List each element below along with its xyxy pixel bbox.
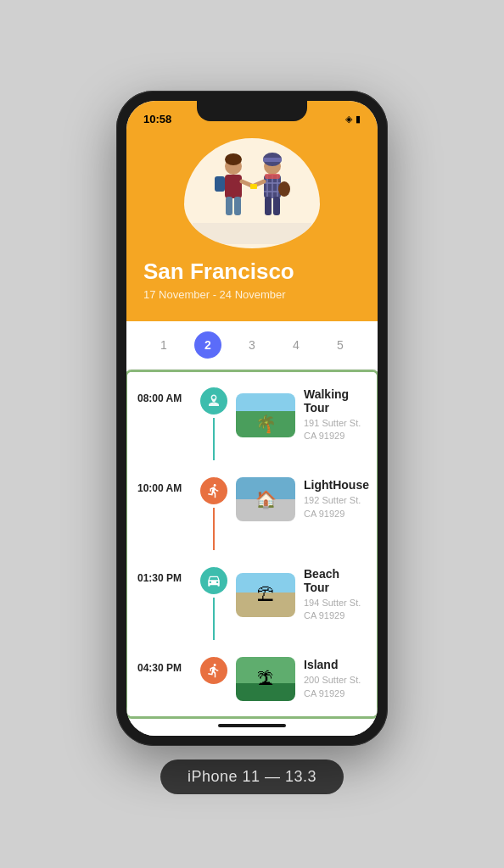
outer-wrapper: 10:58 ◈ ▮ [116,91,388,794]
tour-address-4: 200 Sutter St. CA 91929 [304,674,367,700]
svg-rect-18 [265,197,272,215]
tour-address-1: 191 Sutter St. CA 91929 [304,417,367,443]
tour-image-1: 🌴 [236,393,295,437]
svg-point-3 [225,153,242,165]
tour-info-2: LightHouse 192 Sutter St. CA 91929 [304,478,369,520]
tour-info-3: Beach Tour 194 Sutter St. CA 91929 [304,567,367,623]
activity-icon-3 [200,567,227,594]
content-3: ⛱ Beach Tour 194 Sutter St. CA 91929 [229,567,367,623]
icon-col-1 [199,387,229,460]
phone-inner: 10:58 ◈ ▮ [126,101,378,736]
svg-rect-7 [215,176,225,192]
status-time: 10:58 [143,113,171,125]
hero-illustration [143,138,361,248]
timeline-item-4: 04:30 PM 🏝 Island [127,648,377,709]
icon-col-4 [199,657,229,684]
page-3[interactable]: 3 [238,331,266,359]
svg-rect-1 [193,223,311,244]
time-4: 04:30 PM [137,657,199,674]
tour-info-4: Island 200 Sutter St. CA 91929 [304,658,367,700]
tour-address-2: 192 Sutter St. CA 91929 [304,494,369,520]
hero-section: San Francisco 17 November - 24 November [126,131,378,321]
icon-col-3 [199,567,229,640]
hero-date: 17 November - 24 November [143,288,361,301]
time-3: 01:30 PM [137,567,199,584]
battery-icon: ▮ [356,114,361,125]
page-5[interactable]: 5 [327,331,354,359]
content-2: 🏠 LightHouse 192 Sutter St. CA 91929 [229,477,369,521]
tour-name-2: LightHouse [304,478,369,492]
svg-rect-4 [225,175,242,198]
tour-name-1: Walking Tour [304,387,367,415]
phone-frame: 10:58 ◈ ▮ [116,91,388,746]
activity-icon-1 [200,387,227,415]
time-1: 08:00 AM [137,387,199,404]
wifi-icon: ◈ [345,114,352,125]
content-1: 🌴 Walking Tour 191 Sutter St. CA 91929 [229,387,367,443]
svg-rect-19 [273,197,280,215]
tour-image-2: 🏠 [236,477,295,521]
timeline-item-2: 10:00 AM 🏠 LightHouse [127,469,377,559]
tour-image-3: ⛱ [236,573,295,617]
svg-rect-20 [265,174,280,179]
svg-rect-6 [234,197,241,215]
connector-line-2 [213,508,215,550]
tour-image-4: 🏝 [236,657,295,701]
tour-address-3: 194 Sutter St. CA 91929 [304,597,367,623]
timeline-item-3: 01:30 PM ⛱ Beach Tour [127,559,377,648]
tour-name-3: Beach Tour [304,567,367,594]
home-indicator [218,724,286,727]
time-2: 10:00 AM [137,477,199,494]
activity-icon-4 [200,657,227,684]
icon-col-2 [199,477,229,550]
device-label: iPhone 11 — 13.3 [160,760,344,794]
page-1[interactable]: 1 [150,331,177,359]
content-4: 🏝 Island 200 Sutter St. CA 91929 [229,657,367,701]
svg-point-23 [278,181,290,197]
hero-city: San Francisco [143,259,361,285]
status-icons: ◈ ▮ [345,114,361,125]
phone-notch [197,101,307,121]
svg-rect-5 [226,197,232,215]
connector-line-3 [213,598,215,640]
svg-rect-11 [263,158,282,162]
activity-icon-2 [200,477,227,504]
bottom-bar [126,719,378,736]
tour-name-4: Island [304,658,367,671]
tour-info-1: Walking Tour 191 Sutter St. CA 91929 [304,387,367,443]
illustration-circle [184,138,320,248]
page-4[interactable]: 4 [283,331,310,359]
page-2[interactable]: 2 [194,331,221,359]
timeline-item-1: 08:00 AM 🌴 Walking To [127,379,377,469]
svg-rect-22 [250,184,257,189]
timeline-highlight: 08:00 AM 🌴 Walking To [126,370,378,719]
pagination: 1 2 3 4 5 [126,321,378,370]
timeline-list: 08:00 AM 🌴 Walking To [127,372,377,716]
connector-line-1 [213,418,215,460]
people-illustration [193,142,311,244]
